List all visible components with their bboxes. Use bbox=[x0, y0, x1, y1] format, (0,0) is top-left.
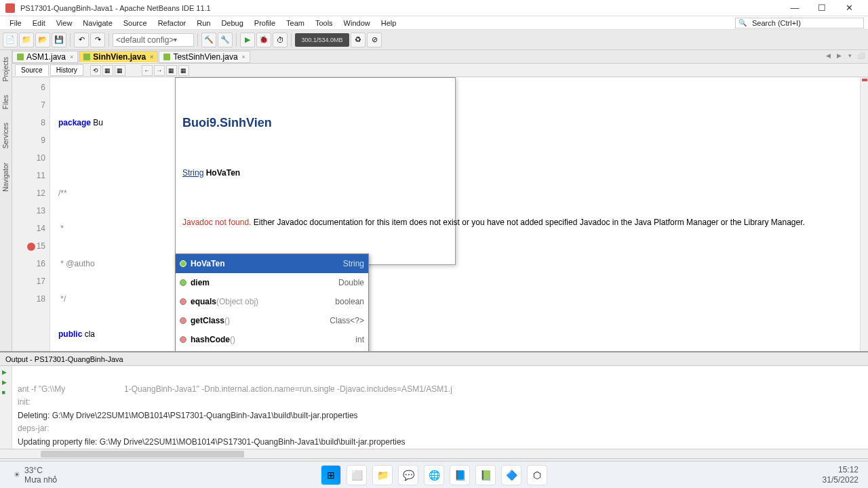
undo-button[interactable]: ↶ bbox=[74, 33, 89, 47]
menu-source[interactable]: Source bbox=[118, 18, 153, 28]
prev-tab-button[interactable]: ◀ bbox=[823, 52, 833, 62]
menu-file[interactable]: File bbox=[4, 18, 27, 28]
forward-icon[interactable]: → bbox=[154, 65, 165, 76]
menu-navigate[interactable]: Navigate bbox=[77, 18, 117, 28]
navigator-tab[interactable]: Navigator bbox=[2, 160, 9, 195]
error-icon[interactable] bbox=[27, 243, 35, 251]
next-tab-button[interactable]: ▶ bbox=[834, 52, 844, 62]
excel-button[interactable]: 📗 bbox=[475, 465, 496, 485]
toolbar: 📄 📁 📂 💾 ↶ ↷ <default config> ▾ 🔨 🔧 ▶ 🐞 ⏱… bbox=[0, 30, 868, 50]
tab-list-button[interactable]: ▾ bbox=[845, 52, 854, 62]
editor-area: ASM1.java× SinhVien.java× TestSinhVien.j… bbox=[12, 50, 868, 351]
output-toolbar: ▶ ▶ ■ bbox=[0, 366, 12, 449]
explorer-button[interactable]: 📁 bbox=[372, 465, 393, 485]
menu-help[interactable]: Help bbox=[376, 18, 402, 28]
search-input[interactable]: 🔍 Search (Ctrl+I) bbox=[735, 18, 864, 28]
zalo-button[interactable]: 💬 bbox=[398, 465, 418, 485]
profile-button[interactable]: ⏱ bbox=[273, 33, 288, 47]
word-button[interactable]: 📘 bbox=[450, 465, 470, 485]
javadoc-class: Buoi9.SinhVien bbox=[182, 114, 448, 132]
taskbar: ☀ 33°CMưa nhỏ ⊞ ⬜ 📁 💬 🌐 📘 📗 🔷 ⬡ 15:1231/… bbox=[0, 461, 868, 488]
files-tab[interactable]: Files bbox=[2, 92, 9, 112]
code-editor[interactable]: 678 91011 121314 15 161718 package Bu /*… bbox=[12, 77, 868, 351]
rerun-icon[interactable]: ▶ bbox=[2, 369, 10, 377]
history-subtab[interactable]: History bbox=[50, 64, 83, 76]
editor-subtabs: Source History ⟲ ▦ ▦ ← → ▦ ▦ bbox=[12, 64, 868, 77]
task-view-button[interactable]: ⬜ bbox=[347, 465, 367, 485]
titlebar: PS17301-QuangBinh-Java1 - Apache NetBean… bbox=[0, 0, 868, 16]
menu-profile[interactable]: Profile bbox=[249, 18, 281, 28]
gc-button[interactable]: ♻ bbox=[351, 33, 366, 47]
autocomplete-item[interactable]: hashCode()int bbox=[176, 330, 368, 349]
horizontal-scrollbar[interactable] bbox=[0, 449, 868, 458]
chrome-button[interactable]: 🌐 bbox=[424, 465, 444, 485]
autocomplete-popup[interactable]: HoVaTenStringdiemDoubleequals(Object obj… bbox=[175, 253, 369, 351]
toolbar-icon[interactable]: ▦ bbox=[178, 65, 189, 76]
toolbar-icon[interactable]: ▦ bbox=[166, 65, 177, 76]
projects-tab[interactable]: Projects bbox=[2, 54, 9, 84]
debug-button[interactable]: 🐞 bbox=[256, 33, 271, 47]
error-marker[interactable] bbox=[862, 79, 867, 81]
output-text[interactable]: ant -f "G:\\My 1-QuangBinh-Java1" -Dnb.i… bbox=[12, 366, 868, 449]
tab-testsinhvien[interactable]: TestSinhVien.java× bbox=[159, 51, 250, 63]
close-icon[interactable]: × bbox=[242, 54, 245, 60]
run-button[interactable]: ▶ bbox=[240, 33, 255, 47]
autocomplete-item[interactable]: nhap()void bbox=[176, 349, 368, 351]
build-button[interactable]: 🔨 bbox=[201, 33, 216, 47]
menu-view[interactable]: View bbox=[51, 18, 78, 28]
menu-debug[interactable]: Debug bbox=[216, 18, 248, 28]
output-title[interactable]: Output - PS17301-QuangBinh-Java bbox=[0, 352, 868, 366]
menu-tools[interactable]: Tools bbox=[310, 18, 338, 28]
netbeans-button[interactable]: 🔷 bbox=[501, 465, 521, 485]
toolbar-icon[interactable]: ▦ bbox=[115, 65, 125, 76]
toolbar-icon[interactable]: ▦ bbox=[102, 65, 113, 76]
close-icon[interactable]: × bbox=[150, 54, 153, 60]
toolbar-icon[interactable]: ⟲ bbox=[90, 65, 101, 76]
menu-run[interactable]: Run bbox=[191, 18, 216, 28]
autocomplete-item[interactable]: HoVaTenString bbox=[176, 254, 368, 273]
window-title: PS17301-QuangBinh-Java1 - Apache NetBean… bbox=[20, 4, 781, 12]
autocomplete-item[interactable]: getClass()Class<?> bbox=[176, 311, 368, 330]
tab-asm1[interactable]: ASM1.java× bbox=[12, 51, 78, 63]
autocomplete-item[interactable]: equals(Object obj)boolean bbox=[176, 292, 368, 311]
menubar: File Edit View Navigate Source Refactor … bbox=[0, 16, 868, 30]
source-subtab[interactable]: Source bbox=[15, 64, 49, 76]
menu-window[interactable]: Window bbox=[338, 18, 376, 28]
redo-button[interactable]: ↷ bbox=[90, 33, 105, 47]
maximize-button[interactable]: ☐ bbox=[808, 3, 835, 13]
tab-sinhvien[interactable]: SinhVien.java× bbox=[79, 51, 158, 63]
menu-refactor[interactable]: Refactor bbox=[153, 18, 192, 28]
menu-edit[interactable]: Edit bbox=[27, 18, 51, 28]
services-tab[interactable]: Services bbox=[2, 120, 9, 151]
autocomplete-item[interactable]: diemDouble bbox=[176, 273, 368, 292]
editor-tabs: ASM1.java× SinhVien.java× TestSinhVien.j… bbox=[12, 50, 868, 64]
close-icon[interactable]: × bbox=[70, 54, 73, 60]
clean-build-button[interactable]: 🔧 bbox=[218, 33, 233, 47]
maximize-editor-button[interactable]: ⬜ bbox=[856, 52, 865, 62]
app-icon bbox=[5, 3, 15, 13]
clock[interactable]: 15:1231/5/2022 bbox=[823, 465, 859, 485]
menu-team[interactable]: Team bbox=[281, 18, 310, 28]
stop-button[interactable]: ⊘ bbox=[367, 33, 382, 47]
new-file-button[interactable]: 📄 bbox=[3, 33, 18, 47]
minimize-button[interactable]: — bbox=[781, 3, 808, 13]
source-text[interactable]: package Bu /** * * @autho */ public cla … bbox=[50, 77, 860, 351]
stop-icon[interactable]: ■ bbox=[2, 389, 10, 397]
app-button[interactable]: ⬡ bbox=[527, 465, 547, 485]
start-button[interactable]: ⊞ bbox=[321, 465, 341, 485]
javadoc-popup: Buoi9.SinhVien String HoVaTen Javadoc no… bbox=[175, 77, 456, 265]
back-icon[interactable]: ← bbox=[142, 65, 153, 76]
rerun-icon[interactable]: ▶ bbox=[2, 379, 10, 387]
error-stripe[interactable] bbox=[860, 77, 868, 351]
weather-widget[interactable]: ☀ 33°CMưa nhỏ bbox=[14, 466, 57, 485]
output-panel: Output - PS17301-QuangBinh-Java ▶ ▶ ■ an… bbox=[0, 351, 868, 458]
config-dropdown[interactable]: <default config> ▾ bbox=[113, 33, 194, 47]
gutter: 678 91011 121314 15 161718 bbox=[12, 77, 50, 351]
save-all-button[interactable]: 💾 bbox=[52, 33, 66, 47]
left-sidebar: Projects Files Services Navigator bbox=[0, 50, 12, 351]
close-button[interactable]: ✕ bbox=[835, 3, 863, 13]
scrollbar-thumb[interactable] bbox=[41, 451, 244, 458]
open-button[interactable]: 📂 bbox=[35, 33, 50, 47]
new-project-button[interactable]: 📁 bbox=[19, 33, 34, 47]
memory-meter[interactable]: 300.1/534.0MB bbox=[295, 33, 349, 47]
